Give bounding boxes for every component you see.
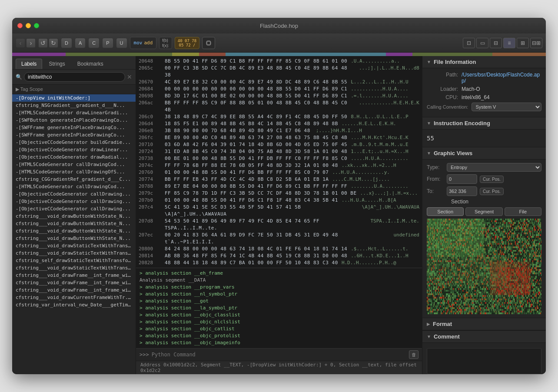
c-button[interactable]: C xyxy=(88,38,100,48)
format-header[interactable]: ▶ Format xyxy=(422,318,546,330)
list-item[interactable]: -[ObjectiveCCodeGenerator drawRadial... xyxy=(12,153,136,161)
a-button[interactable]: A xyxy=(75,38,86,48)
section-button[interactable]: Section xyxy=(427,207,464,216)
table-row[interactable]: 2065c00 FF C3 3B 5D CC 7C DB 4C 89 E3 48… xyxy=(136,65,422,79)
list-item[interactable]: cfstring___void_drawStaticTextWithTrans.… xyxy=(12,242,136,249)
view-btn-2[interactable]: ▭ xyxy=(476,38,488,48)
list-item[interactable]: cfstring_var_interval_new_Date___getTim.… xyxy=(12,301,136,309)
instruction-encoding-header[interactable]: ▼ Instruction Encoding xyxy=(422,117,546,130)
from-cur-pos-button[interactable]: Cur. Pos. xyxy=(480,176,504,183)
refresh1-button[interactable]: ↺ xyxy=(38,38,48,48)
table-row[interactable]: 20814AB 8B 36 48 FF 85 F6 74 1C 4B 44 8B… xyxy=(136,252,422,259)
comment-textarea[interactable] xyxy=(427,348,541,374)
file-info-header[interactable]: ▼ File Information xyxy=(422,56,546,68)
list-item[interactable]: -[ObjectiveCCodeGenerator drawLinear... xyxy=(12,146,136,153)
list-item[interactable]: cfstring___void_drawButtonWithState_N... xyxy=(12,227,136,235)
table-row[interactable]: 207c45C 41 5D 41 5E 5C D3 55 48 5F 5D 41… xyxy=(136,204,422,218)
table-row[interactable]: 2072431 ED A8 8B 45 C0 74 3B 04 00 75 AB… xyxy=(136,148,422,155)
table-row[interactable]: 207d854 53 50 41 89 D6 49 89 F7 49 FC 4D… xyxy=(136,218,422,232)
table-row[interactable]: 207ec00 20 41 83 D6 4A 61 89 D9 FC 7E 50… xyxy=(136,232,422,246)
view-btn-5[interactable]: ⊞ xyxy=(517,38,529,48)
list-item[interactable]: cfstring___void_drawStaticTextWithTrans.… xyxy=(12,249,136,257)
u-button[interactable]: U xyxy=(116,38,127,48)
tab-bookmarks[interactable]: Bookmarks xyxy=(72,59,109,69)
search-input[interactable] xyxy=(24,72,125,82)
comment-section: ▼ Comment xyxy=(422,331,546,374)
func-button[interactable]: f(b) f(x): xyxy=(159,37,172,49)
table-row[interactable]: 2080084 24 88 00 00 00 48 63 74 18 08 4C… xyxy=(136,246,422,252)
calling-conv-select[interactable]: System V xyxy=(472,103,541,111)
d-button[interactable]: D xyxy=(61,38,72,48)
list-item[interactable]: -[ObjectiveCCodeGenerator buildGradie... xyxy=(12,139,136,146)
to-cur-pos-button[interactable]: Cur. Pos. xyxy=(480,188,504,195)
view-btn-6[interactable]: ⊟⊞ xyxy=(530,38,542,48)
list-item[interactable]: cfstring___void_drawCurrentFrameWithTr..… xyxy=(12,294,136,301)
file-button[interactable]: File xyxy=(505,207,541,216)
list-item[interactable]: cfstring___void_drawFrame__int_frame_wi.… xyxy=(12,272,136,279)
tab-strings[interactable]: Strings xyxy=(43,59,70,69)
list-item[interactable]: -[SWFFrame generateInPlaceDrawingCo... xyxy=(12,124,136,131)
forward-button[interactable]: › xyxy=(26,38,36,48)
list-item[interactable]: -[ObjectiveCCodeGenerator callDrawing... xyxy=(12,205,136,213)
clear-output-button[interactable]: 🗑 xyxy=(409,350,418,359)
list-item[interactable]: cfstring___void_drawFrame__int_frame_wi.… xyxy=(12,286,136,294)
table-row[interactable]: 20774BB FF FF EB 43 FF 4D CC 4C 4D 8B C8… xyxy=(136,176,422,183)
refresh2-button[interactable]: ↻ xyxy=(49,38,58,48)
table-row[interactable]: 206fcBE 89 00 00 4D C0 48 89 4B 63 74 27… xyxy=(136,134,422,141)
list-item[interactable]: -[SWFButton generateInPlaceDrawingCo... xyxy=(12,116,136,124)
table-row[interactable]: 2082848 8B 44 18 18 48 89 C7 BA 01 00 00… xyxy=(136,259,422,266)
close-button[interactable] xyxy=(17,23,23,28)
list-item[interactable]: -[DropView initWithCoder:] xyxy=(12,94,136,102)
python-command-input[interactable] xyxy=(152,352,406,358)
table-row[interactable]: 2071003 6D A8 42 F6 04 39 01 74 18 4D 8B… xyxy=(136,141,422,148)
list-item[interactable]: -[HTML5CodeGenerator drawLinearGradi... xyxy=(12,109,136,116)
to-input[interactable] xyxy=(447,186,477,196)
table-row[interactable]: 206e83B 88 90 00 00 7D 68 48 89 4D 80 49… xyxy=(136,127,422,134)
addr-button[interactable]: 40 07 78 05 72 / xyxy=(175,37,199,49)
from-input[interactable] xyxy=(447,174,477,184)
table-row[interactable]: 206d418 85 F5 E1 00 89 48 8B 45 B8 4C 14… xyxy=(136,120,422,127)
table-row[interactable]: 20698BD 3D 17 6C 01 00 BE 02 00 00 00 48… xyxy=(136,93,422,100)
list-item[interactable]: cfstring___void_drawFrame__int_frame_wi.… xyxy=(12,279,136,286)
table-row[interactable]: 206c038 18 48 89 C7 4C 89 EE 8B 55 A4 4C… xyxy=(136,113,422,120)
list-item[interactable]: cfstring___void_drawStaticTextWithTrans.… xyxy=(12,264,136,272)
list-item[interactable]: cfstring___void_drawButtonWithState_N... xyxy=(12,220,136,227)
table-row[interactable]: 2079cFF 85 C9 78 7D 1D FF C3 3B 5D CC 7C… xyxy=(136,190,422,197)
search-clear-button[interactable]: ✕ xyxy=(127,73,132,80)
p-button[interactable]: P xyxy=(102,38,113,48)
list-item[interactable]: cfstring_CGGradientRef_gradient_d___C... xyxy=(12,176,136,183)
list-item[interactable]: -[HTML5CodeGenerator callDrawingCod... xyxy=(12,183,136,190)
table-row[interactable]: 207b001 00 00 48 8B 55 D0 41 FF D6 C1 F8… xyxy=(136,197,422,204)
list-item[interactable]: -[SWFFrame generateInPlaceDrawingCo... xyxy=(12,131,136,139)
table-row[interactable]: 2073800 BE 01 00 00 48 8B 55 D0 41 FF DB… xyxy=(136,155,422,162)
analysis-cmd: > analysis section __eh_frame xyxy=(140,270,223,276)
list-item[interactable]: cfstring___void_drawButtonWithState_N... xyxy=(12,213,136,220)
maximize-button[interactable] xyxy=(34,23,39,28)
table-row[interactable]: 2074cFF FF 78 6B FF 88 EE 78 6B 05 FF 48… xyxy=(136,162,422,169)
tab-labels[interactable]: Labels xyxy=(16,59,42,69)
table-row[interactable]: 2078889 E7 BE 04 00 00 00 8B 55 D0 41 FF… xyxy=(136,183,422,190)
list-item[interactable]: -[ObjectiveCCodeGenerator callDrawing... xyxy=(12,190,136,198)
view-btn-4[interactable]: ≡ xyxy=(503,38,515,48)
list-item[interactable]: cfstring_self_drawStaticTextWithTransfo.… xyxy=(12,257,136,264)
back-button[interactable]: ‹ xyxy=(16,38,25,48)
table-row[interactable]: 206704C 89 E7 E8 32 C0 00 00 4C 89 E7 49… xyxy=(136,79,422,86)
view-btn-3[interactable]: ⊟ xyxy=(490,38,502,48)
segment-button[interactable]: Segment xyxy=(465,207,502,216)
table-row[interactable]: 206488B 55 D0 41 FF D6 89 C1 B8 FF FF FF… xyxy=(136,58,422,65)
list-item[interactable]: -[HTML5CodeGenerator callDrawingOfS... xyxy=(12,168,136,176)
list-item[interactable]: cfstring_NSGradient__gradient_d___N... xyxy=(12,102,136,109)
tag-scope[interactable]: ▶ Tag Scope xyxy=(12,85,136,94)
table-row[interactable]: 2076001 00 00 48 8B 55 D0 41 FF D6 BB FF… xyxy=(136,169,422,176)
view-btn-1[interactable]: ⊡ xyxy=(463,38,475,48)
minimize-button[interactable] xyxy=(26,23,31,28)
type-select[interactable]: Entropy xyxy=(447,163,541,172)
table-row[interactable]: 2068400 00 00 00 00 00 00 00 00 00 00 48… xyxy=(136,86,422,93)
comment-header[interactable]: ▼ Comment xyxy=(422,331,546,343)
list-item[interactable]: -[ObjectiveCCodeGenerator callDrawing... xyxy=(12,198,136,205)
table-row[interactable]: 206acBB FF FF FF 85 C9 0F 88 8B 05 01 00… xyxy=(136,100,422,113)
graphic-views-header[interactable]: ▼ Graphic Views xyxy=(422,147,546,159)
hex-view[interactable]: 206488B 55 D0 41 FF D6 89 C1 B8 FF FF FF… xyxy=(136,56,422,268)
list-item[interactable]: cfstring___void_drawButtonWithState_N... xyxy=(12,235,136,242)
list-item[interactable]: -[HTML5CodeGenerator callDrawingCod... xyxy=(12,161,136,168)
